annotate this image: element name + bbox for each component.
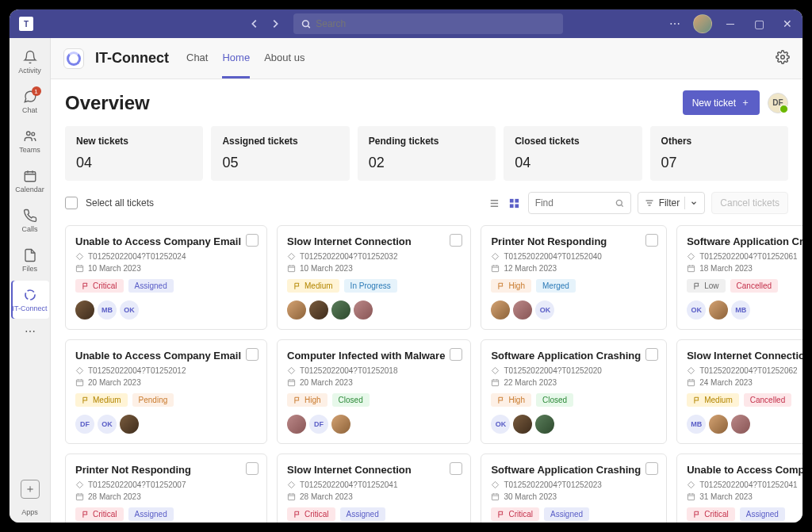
svg-rect-6 xyxy=(510,198,514,202)
svg-rect-9 xyxy=(515,204,519,208)
rail-more[interactable]: ⋯ xyxy=(25,322,36,341)
ticket-card[interactable]: Slow Internet ConnectionT01252022004?T01… xyxy=(277,225,471,330)
window-minimize-button[interactable]: ─ xyxy=(720,13,741,34)
find-box[interactable] xyxy=(528,192,631,214)
grid-view-icon[interactable] xyxy=(508,196,522,210)
rail-item-calls[interactable]: Calls xyxy=(11,201,49,239)
more-button[interactable]: ⋯ xyxy=(665,13,685,34)
stat-value: 07 xyxy=(661,155,777,171)
tab-about-us[interactable]: About us xyxy=(264,39,304,78)
ticket-checkbox[interactable] xyxy=(645,234,658,247)
window-maximize-button[interactable]: ▢ xyxy=(749,13,769,34)
svg-rect-8 xyxy=(510,204,514,208)
ticket-id-row: T01252022004?T01252023 xyxy=(491,480,657,489)
ticket-checkbox[interactable] xyxy=(246,348,259,361)
ticket-checkbox[interactable] xyxy=(450,348,462,361)
assignees: DF xyxy=(287,415,461,434)
svg-rect-7 xyxy=(515,198,519,202)
ticket-title: Slow Internet Connection xyxy=(687,350,802,362)
ticket-card[interactable]: Computer Infected with MalwareT012520220… xyxy=(277,339,471,444)
avatar xyxy=(731,415,750,434)
filter-icon xyxy=(645,198,654,208)
avatar xyxy=(287,300,306,320)
ticket-checkbox[interactable] xyxy=(645,348,658,361)
avatar xyxy=(513,415,532,434)
tab-home[interactable]: Home xyxy=(222,39,250,78)
select-all-checkbox[interactable] xyxy=(65,197,78,209)
nav-forward-button[interactable] xyxy=(266,15,284,33)
ticket-id-row: T01252022004?T01252062 xyxy=(687,366,802,375)
ticket-card[interactable]: Software Application CrashingT0125202200… xyxy=(481,339,667,444)
rail-item-calendar[interactable]: Calendar xyxy=(11,162,49,200)
apps-button[interactable]: ＋ xyxy=(21,480,40,499)
svg-rect-12 xyxy=(288,266,294,272)
user-avatar[interactable] xyxy=(693,14,712,33)
ticket-card[interactable]: Unable to Access Company EmailT012520220… xyxy=(676,454,802,522)
filter-button[interactable]: Filter xyxy=(638,192,706,214)
tab-chat[interactable]: Chat xyxy=(186,39,208,78)
avatar: OK xyxy=(120,300,139,320)
stat-label: Pending tickets xyxy=(369,136,485,147)
svg-rect-20 xyxy=(288,494,294,500)
itc-icon xyxy=(22,287,38,303)
nav-back-button[interactable] xyxy=(246,15,263,33)
ticket-checkbox[interactable] xyxy=(450,462,462,475)
avatar xyxy=(331,415,350,434)
svg-rect-11 xyxy=(76,266,82,272)
avatar xyxy=(354,300,373,320)
ticket-checkbox[interactable] xyxy=(246,234,259,247)
ticket-card[interactable]: Software Application CrashingT0125202200… xyxy=(481,454,667,522)
ticket-date-row: 28 March 2023 xyxy=(287,492,461,501)
status-tag: Assigned xyxy=(128,279,174,293)
svg-rect-22 xyxy=(688,494,695,500)
ticket-date-row: 12 March 2023 xyxy=(491,264,657,273)
ticket-card[interactable]: Printer Not RespondingT01252022004?T0125… xyxy=(65,454,267,522)
itconnect-logo-icon xyxy=(63,48,84,69)
ticket-card[interactable]: Unable to Access Company EmailT012520220… xyxy=(65,339,267,444)
ticket-card[interactable]: Unable to Access Company EmailT012520220… xyxy=(65,225,267,330)
current-user-avatar[interactable]: DF xyxy=(768,93,788,113)
rail-label: Calls xyxy=(21,225,37,233)
priority-tag: High xyxy=(287,393,327,407)
avatar xyxy=(75,300,94,320)
list-view-icon[interactable] xyxy=(487,196,501,210)
stat-card: New tickets04 xyxy=(65,126,203,181)
ticket-id-row: T01252022004?T01252024 xyxy=(75,252,257,261)
rail-item-it-connect[interactable]: IT-Connect xyxy=(11,281,49,319)
ticket-card[interactable]: Slow Internet ConnectionT01252022004?T01… xyxy=(676,339,802,444)
rail-item-chat[interactable]: Chat1 xyxy=(11,82,49,121)
ticket-checkbox[interactable] xyxy=(450,234,462,247)
svg-rect-21 xyxy=(492,494,499,500)
ticket-checkbox[interactable] xyxy=(645,462,658,475)
priority-tag: High xyxy=(491,393,531,407)
ticket-card[interactable]: Printer Not RespondingT01252022004?T0125… xyxy=(481,225,667,330)
files-icon xyxy=(22,247,38,263)
titlebar: T ⋯ ─ ▢ ✕ xyxy=(10,10,802,38)
ticket-title: Printer Not Responding xyxy=(491,235,657,247)
ticket-card[interactable]: Slow Internet ConnectionT01252022004?T01… xyxy=(277,454,471,522)
avatar xyxy=(709,300,728,320)
ticket-checkbox[interactable] xyxy=(246,462,259,475)
ticket-id-row: T01252022004?T01252032 xyxy=(287,252,461,261)
ticket-card[interactable]: Software Application CrashingT0125202200… xyxy=(676,225,802,330)
window-close-button[interactable]: ✕ xyxy=(777,13,798,34)
rail-item-files[interactable]: Files xyxy=(11,241,49,279)
global-search[interactable] xyxy=(293,13,563,34)
global-search-input[interactable] xyxy=(316,18,555,29)
ticket-date-row: 10 March 2023 xyxy=(75,264,257,273)
new-ticket-button[interactable]: New ticket＋ xyxy=(683,90,760,115)
rail-item-teams[interactable]: Teams xyxy=(11,122,49,160)
settings-icon[interactable] xyxy=(776,50,790,67)
calls-icon xyxy=(22,208,38,224)
status-tag: Assigned xyxy=(544,507,589,521)
status-tag: Cancelled xyxy=(744,393,791,407)
find-input[interactable] xyxy=(535,197,611,209)
avatar: MB xyxy=(687,415,706,434)
ticket-date-row: 22 March 2023 xyxy=(491,378,657,387)
bell-icon xyxy=(22,49,38,65)
cancel-tickets-button[interactable]: Cancel tickets xyxy=(711,192,788,214)
rail-item-activity[interactable]: Activity xyxy=(11,43,49,81)
assignees: DFOK xyxy=(75,415,257,434)
svg-point-10 xyxy=(616,200,622,205)
app-header: IT-Connect ChatHomeAbout us xyxy=(51,38,802,79)
